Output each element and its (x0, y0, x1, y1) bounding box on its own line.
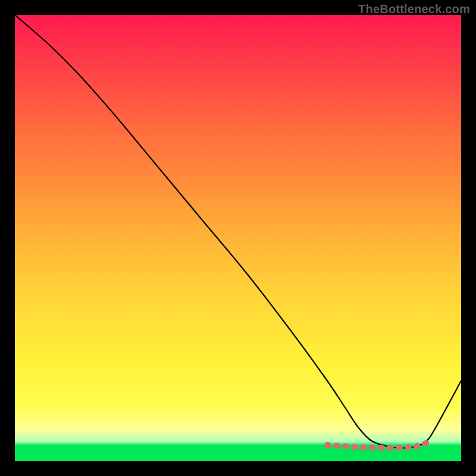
curve-layer (15, 15, 461, 461)
plot-area (15, 15, 461, 461)
bottom-accent-path (327, 441, 430, 448)
watermark-label: TheBottleneck.com (358, 2, 470, 16)
chart-stage: TheBottleneck.com (0, 0, 476, 476)
smooth-curve-path (15, 15, 461, 448)
